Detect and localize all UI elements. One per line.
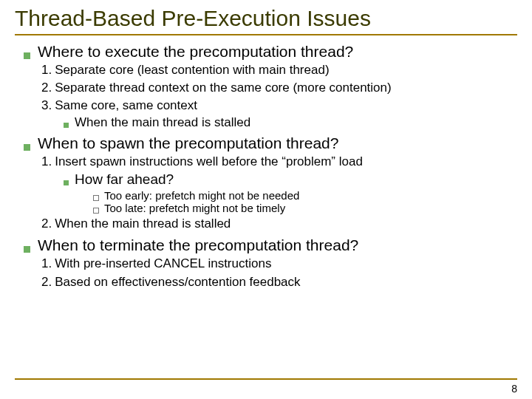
list-item: 2.Separate thread context on the same co… bbox=[41, 80, 517, 96]
list-number: 1. bbox=[41, 256, 52, 270]
list-item: 3.Same core, same context bbox=[41, 98, 517, 114]
page-number: 8 bbox=[511, 383, 517, 395]
list-item: 2.Based on effectiveness/contention feed… bbox=[41, 274, 517, 290]
hollow-square-bullet-icon bbox=[93, 208, 99, 214]
section-heading: When to terminate the precomputation thr… bbox=[24, 236, 517, 254]
list-text: Insert spawn instructions well before th… bbox=[55, 154, 363, 168]
slide: Thread-Based Pre-Execution Issues Where … bbox=[0, 0, 532, 290]
sub-item: How far ahead? bbox=[64, 171, 517, 188]
list-text: When the main thread is stalled bbox=[55, 216, 231, 231]
square-bullet-icon bbox=[24, 52, 30, 59]
list-item: 1.Insert spawn instructions well before … bbox=[41, 154, 517, 170]
sub-item-text: When the main thread is stalled bbox=[75, 115, 250, 130]
list-number: 1. bbox=[41, 63, 52, 77]
list-item: 1.With pre-inserted CANCEL instructions bbox=[41, 256, 517, 272]
section-heading-text: Where to execute the precomputation thre… bbox=[38, 43, 353, 61]
list-number: 3. bbox=[41, 98, 52, 112]
section-heading: Where to execute the precomputation thre… bbox=[24, 43, 517, 61]
section-heading-text: When to spawn the precomputation thread? bbox=[38, 134, 338, 152]
list-number: 2. bbox=[41, 81, 52, 95]
list-text: With pre-inserted CANCEL instructions bbox=[55, 256, 271, 270]
square-bullet-icon bbox=[64, 123, 69, 128]
list-number: 2. bbox=[41, 216, 52, 231]
footer-underline bbox=[15, 378, 517, 380]
section-heading-text: When to terminate the precomputation thr… bbox=[38, 236, 358, 254]
square-bullet-icon bbox=[24, 144, 30, 151]
sub-sub-item-text: Too early: prefetch might not be needed bbox=[104, 189, 299, 202]
list-number: 1. bbox=[41, 154, 52, 168]
list-number: 2. bbox=[41, 275, 52, 289]
square-bullet-icon bbox=[64, 180, 69, 185]
list-item: 1.Separate core (least contention with m… bbox=[41, 62, 517, 78]
title-underline bbox=[15, 34, 517, 35]
list-item: 2.When the main thread is stalled bbox=[41, 216, 517, 232]
section-heading: When to spawn the precomputation thread? bbox=[24, 134, 517, 152]
sub-item: When the main thread is stalled bbox=[64, 115, 517, 130]
list-text: Separate core (least contention with mai… bbox=[55, 63, 329, 77]
list-text: Separate thread context on the same core… bbox=[55, 81, 391, 95]
sub-sub-item-text: Too late: prefetch might not be timely bbox=[104, 202, 285, 214]
list-text: Based on effectiveness/contention feedba… bbox=[55, 275, 300, 289]
hollow-square-bullet-icon bbox=[93, 195, 99, 201]
slide-title: Thread-Based Pre-Execution Issues bbox=[15, 6, 517, 31]
sub-sub-item: Too early: prefetch might not be needed bbox=[93, 189, 517, 202]
list-text: Same core, same context bbox=[55, 98, 197, 112]
sub-sub-item: Too late: prefetch might not be timely bbox=[93, 202, 517, 214]
square-bullet-icon bbox=[24, 246, 30, 253]
sub-item-text: How far ahead? bbox=[75, 171, 174, 188]
